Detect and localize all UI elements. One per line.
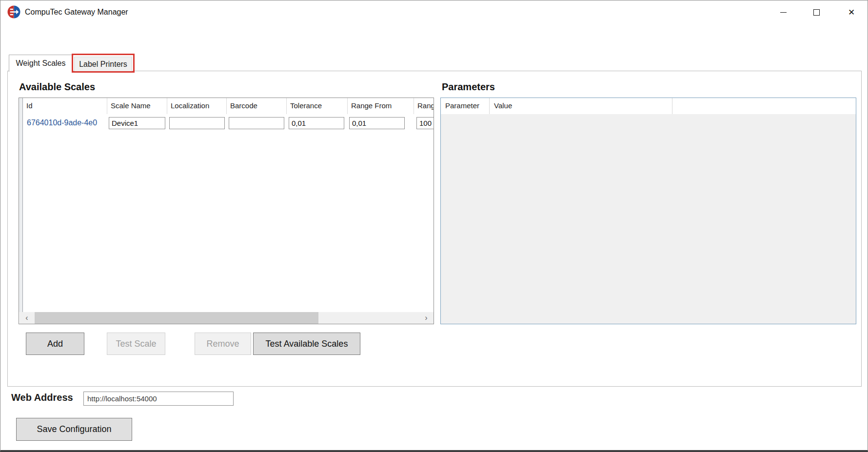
scales-grid-header: Id Scale Name Localization Barcode Toler… [23,98,434,114]
scale-id-cell[interactable]: 6764010d-9ade-4e0 [23,115,107,132]
scrollbar-thumb[interactable] [35,312,318,324]
range-to-input[interactable] [416,117,434,129]
scroll-left-icon[interactable]: ‹ [20,312,34,324]
save-configuration-button[interactable]: Save Configuration [16,418,132,441]
available-scales-heading: Available Scales [19,81,95,93]
column-header-tolerance[interactable]: Tolerance [287,98,348,114]
column-header-id[interactable]: Id [23,98,107,114]
close-icon: ✕ [848,8,855,17]
scale-name-input[interactable] [109,117,165,129]
remove-button[interactable]: Remove [195,333,251,355]
app-icon [7,5,20,19]
localization-input[interactable] [169,117,225,129]
tab-label-printers[interactable]: Label Printers [74,57,132,71]
test-available-scales-button[interactable]: Test Available Scales [253,333,360,355]
scroll-right-icon[interactable]: › [419,312,434,324]
column-header-parameter[interactable]: Parameter [441,98,490,114]
test-scale-button[interactable]: Test Scale [107,333,165,355]
parameters-grid-header: Parameter Value [441,98,856,114]
maximize-button[interactable] [805,0,828,24]
column-header-scale-name[interactable]: Scale Name [107,98,167,114]
barcode-input[interactable] [229,117,284,129]
column-header-localization[interactable]: Localization [167,98,227,114]
column-header-range-from[interactable]: Range From [348,98,414,114]
range-from-input[interactable] [349,117,405,129]
column-header-range-to[interactable]: Range [414,98,434,114]
window-title: CompuTec Gateway Manager [25,0,128,24]
title-bar: CompuTec Gateway Manager ✕ [0,0,868,24]
minimize-button[interactable] [772,0,794,24]
available-scales-grid: Id Scale Name Localization Barcode Toler… [19,98,434,324]
add-button[interactable]: Add [26,333,84,355]
maximize-icon [813,9,820,16]
web-address-label: Web Address [11,392,73,403]
web-address-input[interactable] [83,392,234,406]
tab-weight-scales[interactable]: Weight Scales [9,55,73,72]
column-header-filler [672,98,856,114]
row-header-gutter[interactable] [19,98,23,312]
column-header-value[interactable]: Value [490,98,672,114]
parameters-heading: Parameters [442,81,495,93]
close-button[interactable]: ✕ [840,0,863,24]
column-header-barcode[interactable]: Barcode [227,98,287,114]
parameters-grid: Parameter Value [440,98,856,324]
horizontal-scrollbar[interactable]: ‹ › [20,312,434,324]
minimize-icon [780,12,787,13]
scale-row: 6764010d-9ade-4e0 [23,115,434,132]
app-window: CompuTec Gateway Manager ✕ Weight Scales… [0,0,868,452]
tolerance-input[interactable] [289,117,344,129]
